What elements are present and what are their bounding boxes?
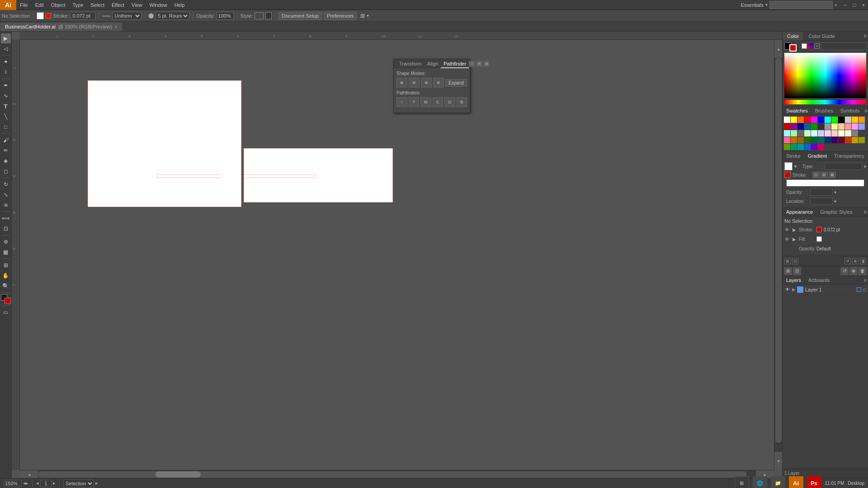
- layers-tb-btn1[interactable]: ⊞: [784, 267, 792, 275]
- artboards-tab[interactable]: Artboards: [805, 276, 834, 284]
- swatch-cell[interactable]: [791, 123, 797, 130]
- menu-type[interactable]: Type: [69, 0, 87, 10]
- column-graph-tool[interactable]: ▦: [1, 247, 11, 257]
- appearance-icon1[interactable]: ⊞: [784, 258, 791, 264]
- symbol-sprayer-tool[interactable]: ⊛: [1, 237, 11, 247]
- fill-swatch[interactable]: [37, 12, 44, 19]
- document-setup-button[interactable]: Document Setup: [278, 12, 322, 20]
- tab-close-icon[interactable]: ×: [115, 24, 118, 29]
- swatch-cell[interactable]: [784, 137, 790, 143]
- hex-color-input[interactable]: 0000: [821, 42, 866, 50]
- pen-tool[interactable]: ✒: [1, 80, 11, 90]
- swatch-cell[interactable]: [825, 123, 831, 130]
- swatch-cell[interactable]: [818, 137, 824, 143]
- symbols-tab[interactable]: Symbols: [837, 107, 863, 115]
- opacity-input[interactable]: [217, 12, 234, 20]
- swatch-cell[interactable]: [804, 123, 811, 130]
- menu-help[interactable]: Help: [171, 0, 189, 10]
- arrow-icon[interactable]: ▶: [792, 227, 797, 232]
- selection-tool[interactable]: ▶: [1, 33, 11, 43]
- appearance-icon3[interactable]: ↺: [844, 258, 851, 264]
- document-tab[interactable]: BusinessCardHolder.ai @ 150% (RGB/Previe…: [0, 22, 123, 31]
- direct-selection-tool[interactable]: ◁: [1, 44, 11, 54]
- divide-button[interactable]: ÷: [396, 97, 407, 107]
- artboard-right-arrow[interactable]: ▸: [53, 480, 56, 486]
- fill-stroke-widget[interactable]: [1, 294, 11, 304]
- rotate-tool[interactable]: ↻: [1, 179, 11, 189]
- brushes-tab[interactable]: Brushes: [811, 107, 837, 115]
- color-tab[interactable]: Color: [783, 32, 804, 41]
- layer-visibility-icon[interactable]: 👁: [784, 286, 791, 293]
- stroke-tab[interactable]: Stroke: [783, 152, 804, 160]
- layers-tb-btn3[interactable]: ↺: [840, 267, 849, 275]
- zoom-input[interactable]: [4, 480, 22, 487]
- swatch-cell[interactable]: [784, 144, 790, 150]
- close-icon[interactable]: ×: [835, 2, 837, 8]
- type-tool[interactable]: T: [1, 101, 11, 111]
- color-guide-tab[interactable]: Color Guide: [804, 32, 840, 41]
- none-icon[interactable]: [802, 43, 807, 49]
- swatch-cell[interactable]: [852, 123, 858, 130]
- swatch-cell[interactable]: [818, 123, 824, 130]
- close-button[interactable]: ×: [859, 0, 868, 10]
- style-swatch2[interactable]: [265, 12, 272, 19]
- gradient-btn2[interactable]: ⊟: [821, 172, 828, 178]
- swatch-cell[interactable]: [859, 123, 865, 130]
- chevron-down-icon[interactable]: ▾: [765, 2, 768, 7]
- gradient-type-dropdown[interactable]: ▾: [864, 164, 866, 169]
- layer-select-icon[interactable]: ◻: [863, 287, 866, 292]
- swatch-cell[interactable]: [845, 130, 851, 136]
- style-swatch[interactable]: [255, 12, 264, 19]
- gradient-preview-bar[interactable]: [786, 179, 864, 187]
- curvature-tool[interactable]: ∿: [1, 91, 11, 101]
- swatch-cell[interactable]: [825, 137, 831, 143]
- eraser-tool[interactable]: ◻: [1, 166, 11, 176]
- stroke-color-app[interactable]: [816, 227, 822, 232]
- pencil-tool[interactable]: ✏: [1, 145, 11, 155]
- align-icon[interactable]: ⊞: [360, 13, 365, 19]
- swatch-cell[interactable]: [791, 117, 797, 123]
- exclude-button[interactable]: ⊘: [433, 78, 444, 88]
- swatch-cell[interactable]: [811, 117, 817, 123]
- shape-tool[interactable]: □: [1, 122, 11, 132]
- graphic-styles-tab[interactable]: Graphic Styles: [816, 208, 856, 216]
- layer-expand-icon[interactable]: ▶: [792, 287, 796, 292]
- gradient-arrow-icon[interactable]: ▾: [794, 164, 801, 169]
- trim-button[interactable]: T: [409, 97, 420, 107]
- scale-tool[interactable]: ⤡: [1, 190, 11, 200]
- swatch-cell[interactable]: [859, 137, 865, 143]
- swatch-cell[interactable]: [845, 137, 851, 143]
- appearance-tab[interactable]: Appearance: [783, 208, 816, 216]
- swatch-cell[interactable]: [784, 123, 790, 130]
- taskbar-icon-chrome[interactable]: 🌐: [753, 476, 767, 488]
- appearance-icon4[interactable]: ⊕: [852, 258, 859, 264]
- swatch-cell[interactable]: [784, 130, 790, 136]
- menu-view[interactable]: View: [128, 0, 146, 10]
- menu-edit[interactable]: Edit: [32, 0, 47, 10]
- width-tool[interactable]: ⟺: [1, 213, 11, 223]
- shaper-tool[interactable]: ◈: [1, 156, 11, 166]
- layers-tb-btn4[interactable]: ⊕: [849, 267, 858, 275]
- outline-button[interactable]: O: [444, 97, 455, 107]
- gradient-tab[interactable]: Gradient: [804, 152, 830, 160]
- eye-icon2[interactable]: 👁: [784, 236, 790, 242]
- swatch-cell[interactable]: [811, 130, 817, 136]
- line-tool[interactable]: ╲: [1, 112, 11, 122]
- gradient-fill-swatch[interactable]: [784, 162, 793, 170]
- color-panel-menu[interactable]: ≡: [863, 32, 868, 41]
- swatch-cell[interactable]: [845, 123, 851, 130]
- menu-effect[interactable]: Effect: [108, 0, 128, 10]
- unite-button[interactable]: ⊕: [396, 78, 407, 88]
- preferences-button[interactable]: Preferences: [324, 12, 357, 20]
- swatch-cell[interactable]: [825, 117, 831, 123]
- appearance-icon5[interactable]: 🗑: [860, 258, 866, 264]
- zoom-arrows[interactable]: ◂▸: [23, 480, 28, 486]
- taskbar-icon-folder[interactable]: 📁: [771, 476, 785, 488]
- swatch-cell[interactable]: [852, 130, 858, 136]
- transform-tab[interactable]: Transform: [396, 59, 425, 68]
- stroke-color-swatch[interactable]: [789, 44, 797, 52]
- taskbar-icon-ps[interactable]: Ps: [807, 476, 821, 488]
- swatch-cell[interactable]: [845, 117, 851, 123]
- mode-select[interactable]: Selection: [63, 479, 94, 488]
- taskbar-icon-ai[interactable]: Ai: [789, 476, 803, 488]
